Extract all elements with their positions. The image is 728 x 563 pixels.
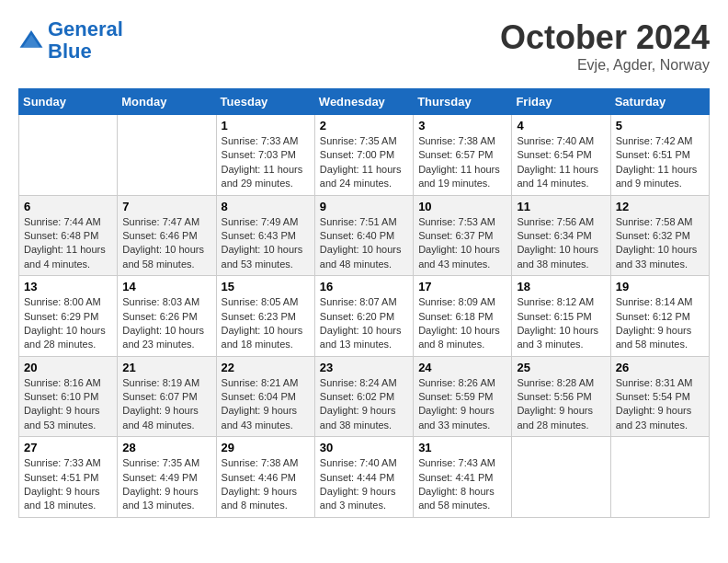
day-number: 18 xyxy=(517,280,605,293)
day-number: 20 xyxy=(24,361,112,374)
day-info: Sunrise: 7:33 AM Sunset: 7:03 PM Dayligh… xyxy=(222,134,310,191)
day-number: 31 xyxy=(418,441,506,454)
day-info: Sunrise: 7:35 AM Sunset: 7:00 PM Dayligh… xyxy=(320,134,408,191)
day-number: 9 xyxy=(320,200,408,213)
day-info: Sunrise: 8:19 AM Sunset: 6:07 PM Dayligh… xyxy=(122,376,210,433)
day-number: 14 xyxy=(122,280,210,293)
logo-icon xyxy=(18,28,44,53)
calendar-week-row: 20Sunrise: 8:16 AM Sunset: 6:10 PM Dayli… xyxy=(19,356,710,437)
weekday-header: Friday xyxy=(512,89,610,115)
day-number: 23 xyxy=(320,361,408,374)
day-number: 17 xyxy=(418,280,506,293)
calendar-week-row: 13Sunrise: 8:00 AM Sunset: 6:29 PM Dayli… xyxy=(19,276,710,357)
day-number: 13 xyxy=(24,280,112,293)
day-info: Sunrise: 7:40 AM Sunset: 4:44 PM Dayligh… xyxy=(320,456,408,513)
calendar-cell: 2Sunrise: 7:35 AM Sunset: 7:00 PM Daylig… xyxy=(314,115,413,196)
day-info: Sunrise: 8:03 AM Sunset: 6:26 PM Dayligh… xyxy=(122,295,210,352)
day-number: 25 xyxy=(517,361,605,374)
day-info: Sunrise: 7:53 AM Sunset: 6:37 PM Dayligh… xyxy=(418,215,506,272)
calendar-cell xyxy=(512,437,610,518)
day-info: Sunrise: 8:31 AM Sunset: 5:54 PM Dayligh… xyxy=(616,376,704,433)
day-info: Sunrise: 8:28 AM Sunset: 5:56 PM Dayligh… xyxy=(517,376,605,433)
day-info: Sunrise: 7:44 AM Sunset: 6:48 PM Dayligh… xyxy=(24,215,112,272)
weekday-header: Wednesday xyxy=(314,89,413,115)
calendar-week-row: 6Sunrise: 7:44 AM Sunset: 6:48 PM Daylig… xyxy=(19,195,710,276)
weekday-header: Monday xyxy=(118,89,216,115)
day-info: Sunrise: 7:43 AM Sunset: 4:41 PM Dayligh… xyxy=(418,456,506,513)
calendar-week-row: 27Sunrise: 7:33 AM Sunset: 4:51 PM Dayli… xyxy=(19,437,710,518)
day-number: 4 xyxy=(517,119,605,132)
day-number: 5 xyxy=(616,119,704,132)
calendar-cell: 29Sunrise: 7:38 AM Sunset: 4:46 PM Dayli… xyxy=(216,437,314,518)
title-block: October 2024 Evje, Agder, Norway xyxy=(500,18,710,74)
day-info: Sunrise: 7:38 AM Sunset: 6:57 PM Dayligh… xyxy=(418,134,506,191)
calendar-cell: 18Sunrise: 8:12 AM Sunset: 6:15 PM Dayli… xyxy=(512,276,610,357)
day-info: Sunrise: 7:42 AM Sunset: 6:51 PM Dayligh… xyxy=(616,134,704,191)
calendar-cell: 12Sunrise: 7:58 AM Sunset: 6:32 PM Dayli… xyxy=(610,195,709,276)
calendar-cell: 8Sunrise: 7:49 AM Sunset: 6:43 PM Daylig… xyxy=(216,195,314,276)
day-number: 16 xyxy=(320,280,408,293)
day-info: Sunrise: 8:00 AM Sunset: 6:29 PM Dayligh… xyxy=(24,295,112,352)
calendar-cell: 31Sunrise: 7:43 AM Sunset: 4:41 PM Dayli… xyxy=(414,437,512,518)
logo-text: General Blue xyxy=(48,18,123,63)
day-number: 7 xyxy=(122,200,210,213)
calendar-cell: 10Sunrise: 7:53 AM Sunset: 6:37 PM Dayli… xyxy=(414,195,512,276)
month-title: October 2024 xyxy=(500,18,710,57)
calendar-cell: 30Sunrise: 7:40 AM Sunset: 4:44 PM Dayli… xyxy=(314,437,413,518)
weekday-header: Tuesday xyxy=(216,89,314,115)
day-info: Sunrise: 7:49 AM Sunset: 6:43 PM Dayligh… xyxy=(222,215,310,272)
day-info: Sunrise: 8:09 AM Sunset: 6:18 PM Dayligh… xyxy=(418,295,506,352)
calendar-cell: 21Sunrise: 8:19 AM Sunset: 6:07 PM Dayli… xyxy=(118,356,216,437)
day-number: 2 xyxy=(320,119,408,132)
weekday-header-row: SundayMondayTuesdayWednesdayThursdayFrid… xyxy=(19,89,710,115)
day-info: Sunrise: 8:16 AM Sunset: 6:10 PM Dayligh… xyxy=(24,376,112,433)
calendar-cell: 3Sunrise: 7:38 AM Sunset: 6:57 PM Daylig… xyxy=(414,115,512,196)
day-info: Sunrise: 8:05 AM Sunset: 6:23 PM Dayligh… xyxy=(222,295,310,352)
calendar-cell: 1Sunrise: 7:33 AM Sunset: 7:03 PM Daylig… xyxy=(216,115,314,196)
day-info: Sunrise: 7:51 AM Sunset: 6:40 PM Dayligh… xyxy=(320,215,408,272)
weekday-header: Thursday xyxy=(414,89,512,115)
day-number: 24 xyxy=(418,361,506,374)
calendar-cell: 4Sunrise: 7:40 AM Sunset: 6:54 PM Daylig… xyxy=(512,115,610,196)
day-number: 21 xyxy=(122,361,210,374)
calendar-cell xyxy=(610,437,709,518)
calendar-cell: 19Sunrise: 8:14 AM Sunset: 6:12 PM Dayli… xyxy=(610,276,709,357)
weekday-header: Saturday xyxy=(610,89,709,115)
day-info: Sunrise: 8:21 AM Sunset: 6:04 PM Dayligh… xyxy=(222,376,310,433)
day-number: 8 xyxy=(222,200,310,213)
day-number: 28 xyxy=(122,441,210,454)
day-number: 10 xyxy=(418,200,506,213)
calendar-cell: 16Sunrise: 8:07 AM Sunset: 6:20 PM Dayli… xyxy=(314,276,413,357)
calendar-cell: 7Sunrise: 7:47 AM Sunset: 6:46 PM Daylig… xyxy=(118,195,216,276)
calendar-cell: 23Sunrise: 8:24 AM Sunset: 6:02 PM Dayli… xyxy=(314,356,413,437)
calendar-cell: 11Sunrise: 7:56 AM Sunset: 6:34 PM Dayli… xyxy=(512,195,610,276)
day-number: 6 xyxy=(24,200,112,213)
day-number: 27 xyxy=(24,441,112,454)
day-number: 12 xyxy=(616,200,704,213)
day-info: Sunrise: 7:38 AM Sunset: 4:46 PM Dayligh… xyxy=(222,456,310,513)
day-info: Sunrise: 7:33 AM Sunset: 4:51 PM Dayligh… xyxy=(24,456,112,513)
day-number: 11 xyxy=(517,200,605,213)
day-number: 26 xyxy=(616,361,704,374)
day-info: Sunrise: 7:35 AM Sunset: 4:49 PM Dayligh… xyxy=(122,456,210,513)
calendar-cell: 6Sunrise: 7:44 AM Sunset: 6:48 PM Daylig… xyxy=(19,195,118,276)
calendar-week-row: 1Sunrise: 7:33 AM Sunset: 7:03 PM Daylig… xyxy=(19,115,710,196)
day-number: 29 xyxy=(222,441,310,454)
calendar-cell xyxy=(19,115,118,196)
day-number: 3 xyxy=(418,119,506,132)
calendar-cell: 17Sunrise: 8:09 AM Sunset: 6:18 PM Dayli… xyxy=(414,276,512,357)
calendar-cell: 14Sunrise: 8:03 AM Sunset: 6:26 PM Dayli… xyxy=(118,276,216,357)
day-number: 30 xyxy=(320,441,408,454)
day-info: Sunrise: 8:12 AM Sunset: 6:15 PM Dayligh… xyxy=(517,295,605,352)
day-info: Sunrise: 7:47 AM Sunset: 6:46 PM Dayligh… xyxy=(122,215,210,272)
location-title: Evje, Agder, Norway xyxy=(500,57,710,74)
day-number: 19 xyxy=(616,280,704,293)
calendar-cell: 27Sunrise: 7:33 AM Sunset: 4:51 PM Dayli… xyxy=(19,437,118,518)
day-number: 1 xyxy=(222,119,310,132)
calendar-cell: 20Sunrise: 8:16 AM Sunset: 6:10 PM Dayli… xyxy=(19,356,118,437)
calendar-cell: 28Sunrise: 7:35 AM Sunset: 4:49 PM Dayli… xyxy=(118,437,216,518)
calendar-table: SundayMondayTuesdayWednesdayThursdayFrid… xyxy=(18,88,710,518)
day-info: Sunrise: 7:40 AM Sunset: 6:54 PM Dayligh… xyxy=(517,134,605,191)
logo: General Blue xyxy=(18,18,123,63)
calendar-cell: 13Sunrise: 8:00 AM Sunset: 6:29 PM Dayli… xyxy=(19,276,118,357)
